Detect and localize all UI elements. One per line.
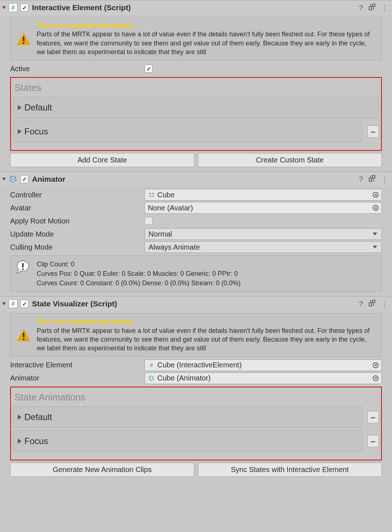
remove-state-button[interactable]: – (367, 125, 379, 138)
menu-icon[interactable]: ⋮ (381, 175, 388, 184)
object-picker-icon[interactable] (373, 205, 379, 211)
animator-value: Cube (Animator) (157, 374, 211, 382)
help-icon[interactable]: ? (359, 300, 363, 308)
svg-rect-11 (149, 193, 151, 194)
component-enabled-checkbox[interactable] (20, 300, 28, 308)
preset-icon[interactable] (369, 300, 375, 308)
active-label: Active (10, 65, 145, 73)
root-motion-label: Apply Root Motion (10, 217, 145, 225)
help-icon[interactable]: ? (359, 4, 363, 12)
foldout-icon[interactable] (18, 129, 21, 134)
foldout-icon[interactable] (18, 105, 21, 110)
foldout-icon[interactable] (18, 439, 21, 444)
controller-asset-icon (148, 191, 155, 198)
component-enabled-checkbox[interactable] (20, 175, 28, 183)
update-mode-label: Update Mode (10, 230, 145, 238)
create-custom-state-button[interactable]: Create Custom State (198, 153, 382, 167)
interactive-element-field[interactable]: # Cube (InteractiveElement) (145, 359, 382, 371)
state-animations-title: State Animations (13, 390, 379, 407)
component-header[interactable]: Animator ? ⋮ (0, 172, 392, 186)
warning-icon (16, 317, 32, 352)
state-anim-default[interactable]: Default (13, 407, 362, 428)
states-section: States Default Focus – (10, 77, 382, 151)
generate-clips-button[interactable]: Generate New Animation Clips (10, 463, 194, 477)
active-checkbox[interactable] (145, 65, 153, 73)
animator-icon (9, 175, 17, 184)
svg-rect-13 (149, 196, 151, 197)
controller-value: Cube (157, 191, 175, 199)
component-title: Interactive Element (Script) (32, 3, 359, 12)
warning-icon (16, 21, 32, 56)
root-motion-checkbox[interactable] (145, 217, 153, 225)
preset-icon[interactable] (369, 175, 375, 184)
remove-state-button[interactable]: – (367, 411, 379, 423)
object-picker-icon[interactable] (373, 375, 379, 381)
state-animations-section: State Animations Default – Focus – (10, 387, 382, 460)
animator-field[interactable]: Cube (Animator) (145, 372, 382, 384)
info-line1: Clip Count: 0 (37, 259, 241, 269)
animator-ref-icon (148, 375, 155, 382)
component-state-visualizer: # State Visualizer (Script) ? ⋮ This is … (0, 296, 392, 481)
foldout-icon[interactable] (2, 302, 6, 305)
experimental-warning: This is an experimental feature. Parts o… (10, 313, 382, 356)
controller-field[interactable]: Cube (145, 189, 382, 201)
script-icon: # (9, 299, 17, 308)
foldout-icon[interactable] (2, 6, 6, 9)
help-icon[interactable]: ? (359, 175, 363, 184)
svg-rect-16 (22, 263, 24, 267)
state-label: Default (24, 412, 52, 422)
foldout-icon[interactable] (18, 415, 21, 420)
culling-mode-label: Culling Mode (10, 243, 145, 251)
menu-icon[interactable]: ⋮ (381, 299, 388, 308)
controller-label: Controller (10, 191, 145, 199)
animator-label: Animator (10, 374, 145, 382)
svg-rect-23 (23, 333, 24, 338)
svg-rect-8 (372, 176, 375, 178)
script-icon: # (9, 3, 17, 12)
component-header[interactable]: # Interactive Element (Script) ? ⋮ (0, 0, 392, 15)
svg-rect-24 (23, 339, 24, 340)
foldout-icon[interactable] (2, 178, 6, 181)
state-label: Focus (24, 126, 48, 137)
remove-state-button[interactable]: – (367, 435, 379, 447)
add-core-state-button[interactable]: Add Core State (10, 153, 194, 167)
states-title: States (13, 80, 379, 97)
culling-mode-dropdown[interactable]: Always Animate (145, 241, 382, 253)
component-interactive-element: # Interactive Element (Script) ? ⋮ This … (0, 0, 392, 172)
object-picker-icon[interactable] (373, 192, 379, 198)
svg-rect-6 (23, 42, 24, 44)
warning-body: Parts of the MRTK appear to have a lot o… (37, 327, 370, 352)
info-line3: Curves Count: 0 Constant: 0 (0.0%) Dense… (37, 278, 241, 288)
preset-icon[interactable] (369, 4, 375, 12)
interactive-element-label: Interactive Element (10, 361, 145, 369)
state-label: Default (24, 102, 52, 113)
state-default[interactable]: Default (13, 97, 379, 118)
svg-rect-1 (372, 4, 375, 7)
component-animator: Animator ? ⋮ Controller Cube Avata (0, 172, 392, 296)
svg-rect-0 (369, 7, 372, 10)
state-label: Focus (24, 436, 48, 446)
svg-rect-7 (369, 178, 372, 181)
avatar-field[interactable]: None (Avatar) (145, 202, 382, 214)
object-picker-icon[interactable] (373, 362, 379, 368)
avatar-value: None (Avatar) (148, 204, 193, 212)
animator-info: Clip Count: 0 Curves Pos: 0 Quat: 0 Eule… (10, 255, 382, 292)
component-title: State Visualizer (Script) (32, 299, 359, 308)
component-title: Animator (32, 175, 359, 184)
avatar-label: Avatar (10, 204, 145, 212)
svg-rect-18 (369, 303, 372, 306)
sync-states-button[interactable]: Sync States with Interactive Element (198, 463, 382, 477)
state-focus[interactable]: Focus (13, 121, 362, 142)
warning-body: Parts of the MRTK appear to have a lot o… (37, 31, 370, 56)
menu-icon[interactable]: ⋮ (381, 3, 388, 12)
interactive-element-value: Cube (InteractiveElement) (157, 361, 242, 369)
component-enabled-checkbox[interactable] (20, 4, 28, 12)
state-anim-focus[interactable]: Focus (13, 431, 362, 452)
component-header[interactable]: # State Visualizer (Script) ? ⋮ (0, 297, 392, 311)
warning-title: This is an experimental feature. (37, 22, 134, 29)
svg-rect-5 (23, 36, 24, 41)
info-icon (16, 259, 32, 275)
update-mode-dropdown[interactable]: Normal (145, 228, 382, 240)
svg-rect-17 (22, 269, 24, 270)
warning-title: This is an experimental feature. (37, 318, 134, 325)
